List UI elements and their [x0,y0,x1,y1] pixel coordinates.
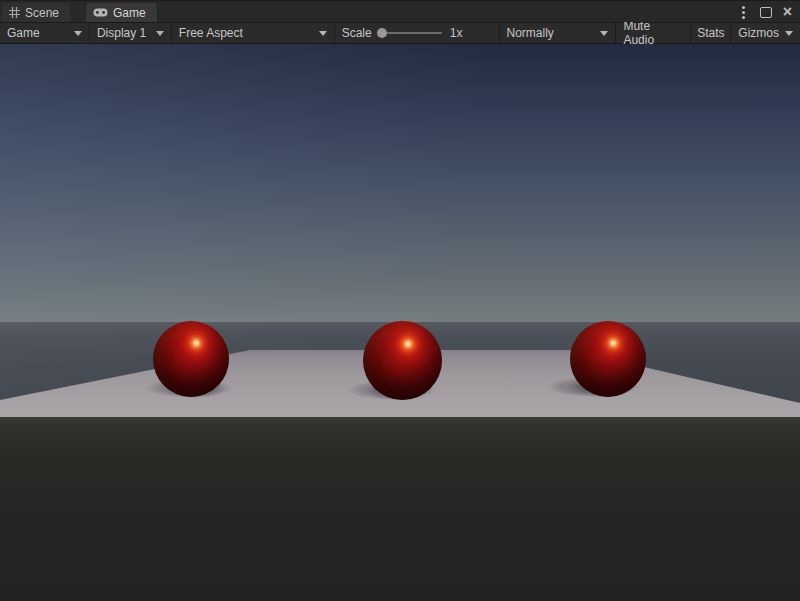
tab-scene[interactable]: Scene [2,3,70,22]
aspect-ratio-dropdown[interactable]: Free Aspect [172,23,335,43]
sky-gradient [0,44,800,322]
view-popup-dropdown[interactable]: Game [0,23,90,43]
gizmos-label: Gizmos [738,26,779,40]
scale-slider[interactable] [378,32,442,34]
chevron-down-icon [785,31,793,36]
display-label: Display 1 [97,26,146,40]
play-mode-label: Normally [507,26,554,40]
chevron-down-icon [600,31,608,36]
view-popup-label: Game [7,26,40,40]
chevron-down-icon [319,31,327,36]
play-mode-dropdown[interactable]: Normally [500,23,617,43]
mute-audio-button[interactable]: Mute Audio [616,23,691,43]
aspect-ratio-label: Free Aspect [179,26,243,40]
red-sphere-left [153,321,229,397]
tab-bar: Scene Game × [0,0,800,22]
chevron-down-icon [74,31,82,36]
game-viewport[interactable] [0,44,800,601]
maximize-icon[interactable] [758,4,773,20]
tab-game[interactable]: Game [85,2,158,22]
scale-label: Scale [342,26,372,40]
game-view-window: Scene Game × Game Display 1 Free Aspect [0,0,800,601]
tab-scene-label: Scene [25,6,59,20]
scale-control: Scale 1x [335,23,500,43]
grid-icon [9,7,20,18]
window-controls: × [736,1,795,23]
game-toolbar: Game Display 1 Free Aspect Scale 1x Norm… [0,22,800,44]
gizmos-dropdown[interactable]: Gizmos [731,23,800,43]
scale-slider-knob[interactable] [377,28,387,38]
display-dropdown[interactable]: Display 1 [90,23,172,43]
tab-game-label: Game [113,6,146,20]
chevron-down-icon [156,31,164,36]
gamepad-icon [93,8,108,17]
red-sphere-right [570,321,646,397]
foreground-dark-area [0,417,800,601]
close-icon[interactable]: × [780,4,795,20]
red-sphere-center [363,321,442,400]
stats-label: Stats [697,26,724,40]
kebab-menu-icon[interactable] [736,4,751,20]
scale-value: 1x [450,26,463,40]
stats-button[interactable]: Stats [691,23,731,43]
mute-audio-label: Mute Audio [623,19,683,47]
